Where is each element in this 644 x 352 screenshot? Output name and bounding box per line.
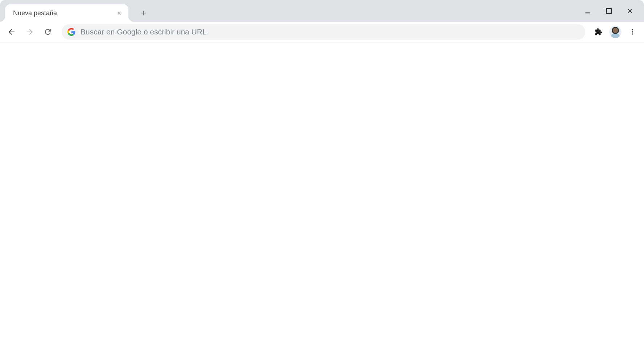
svg-point-8 bbox=[632, 31, 633, 32]
new-tab-button[interactable] bbox=[136, 6, 151, 20]
svg-rect-0 bbox=[585, 13, 590, 13]
minimize-button[interactable] bbox=[582, 5, 594, 17]
svg-point-4 bbox=[613, 28, 618, 33]
toolbar bbox=[0, 22, 644, 42]
avatar-icon bbox=[609, 26, 622, 38]
minimize-icon bbox=[585, 7, 591, 15]
extensions-button[interactable] bbox=[591, 25, 606, 39]
svg-point-9 bbox=[632, 33, 633, 34]
close-tab-button[interactable] bbox=[115, 9, 123, 17]
window-controls bbox=[582, 0, 641, 22]
page-content bbox=[0, 42, 644, 352]
close-window-button[interactable] bbox=[624, 5, 636, 17]
browser-window: Nueva pestaña bbox=[0, 0, 644, 352]
dots-vertical-icon bbox=[629, 28, 636, 36]
tab-title: Nueva pestaña bbox=[13, 9, 115, 17]
tab-active[interactable]: Nueva pestaña bbox=[5, 4, 128, 22]
toolbar-right bbox=[591, 25, 640, 39]
omnibox[interactable] bbox=[62, 24, 585, 40]
arrow-left-icon bbox=[7, 28, 16, 36]
close-icon bbox=[117, 11, 122, 16]
reload-button[interactable] bbox=[40, 24, 56, 40]
close-icon bbox=[626, 7, 633, 15]
maximize-icon bbox=[605, 7, 612, 15]
svg-rect-6 bbox=[611, 34, 620, 38]
svg-point-7 bbox=[632, 29, 633, 30]
svg-rect-1 bbox=[606, 8, 611, 13]
back-button[interactable] bbox=[4, 24, 20, 40]
arrow-right-icon bbox=[25, 28, 34, 36]
maximize-button[interactable] bbox=[603, 5, 615, 17]
plus-icon bbox=[140, 9, 147, 17]
address-input[interactable] bbox=[80, 28, 579, 36]
forward-button bbox=[22, 24, 38, 40]
reload-icon bbox=[44, 28, 52, 36]
google-g-icon bbox=[67, 28, 75, 36]
profile-button[interactable] bbox=[609, 26, 622, 38]
tab-strip: Nueva pestaña bbox=[0, 0, 644, 22]
menu-button[interactable] bbox=[625, 25, 640, 39]
puzzle-piece-icon bbox=[594, 28, 602, 36]
